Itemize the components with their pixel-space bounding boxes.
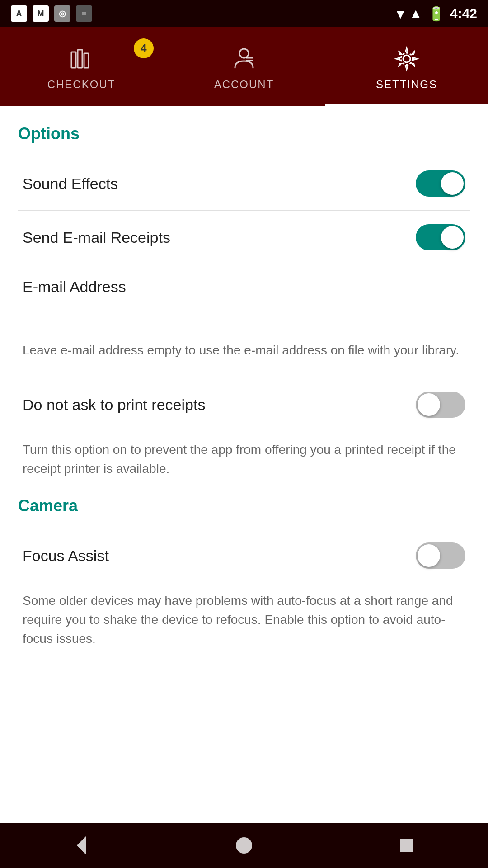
no-print-row: Do not ask to print receipts — [18, 378, 470, 431]
account-icon — [228, 43, 260, 75]
home-button[interactable] — [230, 832, 258, 859]
tab-settings[interactable]: SETTINGS — [325, 43, 488, 91]
checkout-icon — [66, 43, 97, 75]
sound-effects-label: Sound Effects — [23, 175, 118, 193]
time-display: 4:42 — [450, 6, 477, 21]
focus-assist-knob — [418, 544, 440, 567]
send-email-label: Send E-mail Receipts — [23, 229, 170, 246]
sound-effects-knob — [441, 172, 464, 195]
content-area: Options Sound Effects Send E-mail Receip… — [0, 106, 488, 823]
no-print-label: Do not ask to print receipts — [23, 396, 205, 414]
email-address-label: E-mail Address — [23, 278, 126, 295]
status-icons-left: A M ◎ ≡ — [11, 5, 92, 22]
svg-point-3 — [239, 49, 249, 58]
icon-gmail: M — [33, 5, 49, 22]
sound-effects-toggle[interactable] — [416, 170, 465, 197]
svg-point-6 — [403, 55, 410, 62]
tab-checkout[interactable]: 4 CHECKOUT — [0, 43, 163, 91]
focus-assist-toggle[interactable] — [416, 542, 465, 569]
battery-icon: 🔋 — [428, 6, 445, 22]
svg-marker-8 — [77, 836, 86, 854]
account-label: ACCOUNT — [214, 78, 274, 91]
wifi-icon: ▾ — [397, 6, 404, 22]
send-email-toggle[interactable] — [416, 224, 465, 250]
section-options-title: Options — [18, 124, 470, 143]
svg-rect-2 — [84, 53, 89, 68]
section-camera-title: Camera — [18, 496, 470, 515]
setting-email-address: E-mail Address Leave e-mail address empt… — [18, 264, 470, 373]
focus-assist-row: Focus Assist — [18, 529, 470, 582]
svg-rect-10 — [400, 839, 413, 852]
icon-a: A — [11, 5, 27, 22]
setting-sound-effects: Sound Effects — [18, 157, 470, 211]
icon-sync: ◎ — [54, 5, 70, 22]
setting-focus-assist: Focus Assist Some older devices may have… — [18, 529, 470, 662]
settings-label: SETTINGS — [376, 78, 437, 91]
recent-apps-button[interactable] — [393, 832, 420, 859]
svg-rect-1 — [78, 50, 82, 68]
no-print-toggle[interactable] — [416, 392, 465, 418]
nav-bar: 4 CHECKOUT ACCOUNT — [0, 27, 488, 106]
focus-assist-description: Some older devices may have problems wit… — [18, 582, 470, 662]
svg-rect-0 — [71, 52, 76, 68]
checkout-label: CHECKOUT — [47, 78, 116, 91]
send-email-knob — [441, 226, 464, 249]
icon-notes: ≡ — [76, 5, 92, 22]
setting-send-email: Send E-mail Receipts — [18, 211, 470, 264]
settings-icon — [391, 43, 422, 75]
status-icons-right: ▾ ▲ 🔋 4:42 — [397, 6, 477, 22]
signal-icon: ▲ — [409, 6, 422, 21]
email-address-input[interactable] — [23, 300, 474, 327]
bottom-nav-bar — [0, 823, 488, 868]
back-button[interactable] — [68, 832, 95, 859]
no-print-knob — [418, 393, 440, 416]
svg-point-9 — [236, 837, 252, 854]
focus-assist-label: Focus Assist — [23, 547, 109, 565]
status-bar: A M ◎ ≡ ▾ ▲ 🔋 4:42 — [0, 0, 488, 27]
email-address-description: Leave e-mail address empty to use the e-… — [18, 332, 470, 373]
checkout-badge: 4 — [134, 38, 154, 58]
no-print-description: Turn this option on to prevent the app f… — [18, 431, 470, 492]
tab-account[interactable]: ACCOUNT — [163, 43, 325, 91]
setting-no-print: Do not ask to print receipts Turn this o… — [18, 378, 470, 492]
